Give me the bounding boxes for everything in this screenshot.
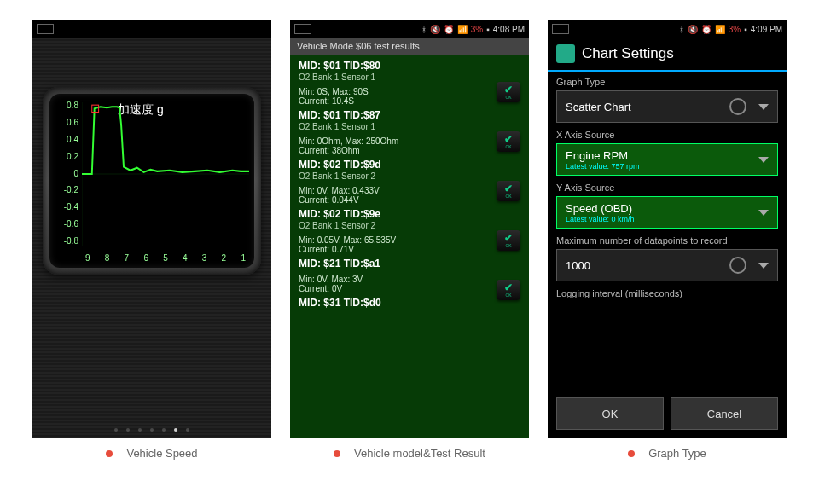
signal-icon: 📶 bbox=[457, 25, 468, 34]
divider bbox=[556, 304, 778, 304]
test-result-row[interactable]: MID: $01 TID:$80 O2 Bank 1 Sensor 1 Min:… bbox=[290, 58, 529, 107]
chevron-down-icon bbox=[758, 157, 769, 163]
ok-button[interactable]: OK bbox=[556, 397, 664, 430]
acceleration-gauge: 加速度 g 0.80.60.40.20-0.2-0.4-0.6-0.8 bbox=[43, 87, 261, 275]
test-result-row[interactable]: MID: $31 TID:$d0 bbox=[290, 295, 529, 310]
clock: 4:09 PM bbox=[751, 25, 782, 34]
bullet-icon bbox=[106, 450, 113, 457]
device-icon bbox=[37, 24, 54, 34]
ok-badge: ✔OK bbox=[497, 131, 520, 152]
mute-icon: 🔇 bbox=[688, 25, 698, 34]
app-icon bbox=[556, 44, 575, 63]
phone-vehicle-speed: 加速度 g 0.80.60.40.20-0.2-0.4-0.6-0.8 bbox=[32, 20, 271, 438]
battery-icon: ▪ bbox=[744, 25, 747, 34]
check-icon: ✔ bbox=[504, 84, 513, 95]
caption-vehicle-speed: Vehicle Speed bbox=[32, 447, 271, 460]
status-bar: ᚼ 🔇 ⏰ 📶 3% ▪ 4:08 PM bbox=[290, 20, 529, 38]
caption-test-result: Vehicle model&Test Result bbox=[290, 447, 529, 460]
bluetooth-icon: ᚼ bbox=[679, 25, 684, 34]
test-result-row[interactable]: MID: $02 TID:$9d O2 Bank 1 Sensor 2 Min:… bbox=[290, 157, 529, 206]
check-icon: ✔ bbox=[504, 134, 513, 144]
chart-plot bbox=[82, 102, 249, 246]
status-bar: ᚼ 🔇 ⏰ 📶 3% ▪ 4:09 PM bbox=[548, 20, 787, 38]
label-x-axis: X Axis Source bbox=[548, 125, 787, 142]
device-icon bbox=[294, 24, 311, 34]
page-indicator bbox=[32, 428, 271, 432]
chevron-down-icon bbox=[758, 263, 769, 269]
label-y-axis: Y Axis Source bbox=[548, 177, 787, 194]
ok-badge: ✔OK bbox=[497, 230, 520, 251]
select-y-axis[interactable]: Speed (OBD) Latest value: 0 km/h bbox=[556, 196, 778, 229]
dialog-header: Chart Settings bbox=[548, 38, 787, 72]
select-x-axis[interactable]: Engine RPM Latest value: 757 rpm bbox=[556, 143, 778, 176]
check-icon: ✔ bbox=[504, 282, 513, 293]
test-result-row[interactable]: MID: $21 TID:$a1 Min: 0V, Max: 3V Curren… bbox=[290, 256, 529, 295]
check-icon: ✔ bbox=[504, 183, 513, 194]
status-bar bbox=[32, 20, 271, 38]
battery-icon: ▪ bbox=[486, 25, 490, 34]
y-axis-labels: 0.80.60.40.20-0.2-0.4-0.6-0.8 bbox=[55, 101, 78, 246]
clock: 4:08 PM bbox=[493, 25, 525, 34]
mute-icon: 🔇 bbox=[430, 25, 440, 34]
check-icon: ✔ bbox=[504, 233, 513, 243]
phone-chart-settings: ᚼ 🔇 ⏰ 📶 3% ▪ 4:09 PM Chart Settings Grap… bbox=[548, 20, 787, 438]
battery-percent: 3% bbox=[729, 25, 741, 34]
test-result-row[interactable]: MID: $01 TID:$87 O2 Bank 1 Sensor 1 Min:… bbox=[290, 107, 529, 157]
alarm-icon: ⏰ bbox=[444, 25, 454, 34]
select-max-datapoints[interactable]: 1000 bbox=[556, 249, 778, 281]
screen-title: Vehicle Mode $06 test results bbox=[290, 38, 529, 55]
test-result-row[interactable]: MID: $02 TID:$9e O2 Bank 1 Sensor 2 Min:… bbox=[290, 206, 529, 256]
dialog-title: Chart Settings bbox=[582, 45, 674, 62]
cancel-button[interactable]: Cancel bbox=[671, 397, 778, 430]
select-graph-type[interactable]: Scatter Chart bbox=[556, 90, 778, 123]
label-graph-type: Graph Type bbox=[548, 72, 787, 89]
bullet-icon bbox=[628, 450, 635, 457]
label-logging-interval: Logging interval (milliseconds) bbox=[548, 283, 787, 300]
radio-icon bbox=[729, 257, 746, 274]
label-max-datapoints: Maximum number of datapoints to record bbox=[548, 230, 787, 247]
ok-badge: ✔OK bbox=[497, 82, 520, 102]
x-axis-labels: 987654321 bbox=[85, 253, 246, 263]
chevron-down-icon bbox=[758, 104, 769, 110]
phone-test-results: ᚼ 🔇 ⏰ 📶 3% ▪ 4:08 PM Vehicle Mode $06 te… bbox=[290, 20, 529, 438]
signal-icon: 📶 bbox=[715, 25, 725, 34]
alarm-icon: ⏰ bbox=[701, 25, 712, 34]
ok-badge: ✔OK bbox=[497, 181, 520, 201]
battery-percent: 3% bbox=[471, 25, 483, 34]
bullet-icon bbox=[334, 450, 340, 457]
caption-graph-type: Graph Type bbox=[548, 447, 787, 460]
device-icon bbox=[552, 24, 569, 34]
bluetooth-icon: ᚼ bbox=[421, 25, 427, 34]
chevron-down-icon bbox=[758, 210, 769, 216]
radio-icon bbox=[729, 98, 746, 115]
results-list[interactable]: MID: $01 TID:$80 O2 Bank 1 Sensor 1 Min:… bbox=[290, 55, 529, 438]
